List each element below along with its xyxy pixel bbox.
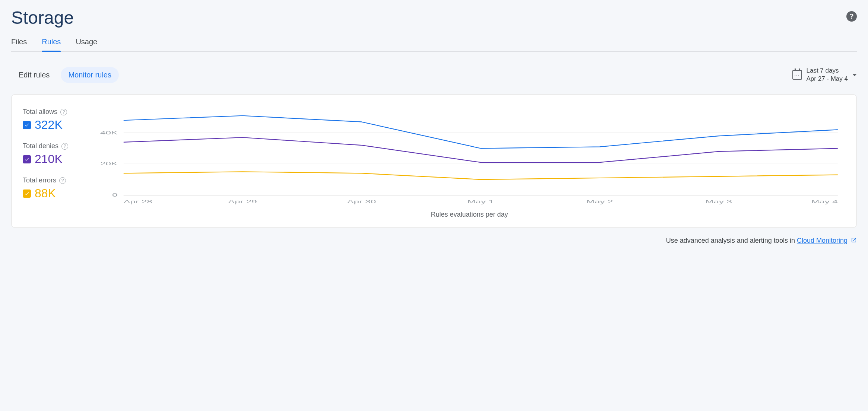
legend-denies-value: 210K — [35, 152, 63, 166]
footer-note: Use advanced analysis and alerting tools… — [11, 237, 857, 245]
legend-denies-checkbox[interactable] — [23, 155, 31, 163]
tab-files[interactable]: Files — [11, 35, 27, 51]
cloud-monitoring-link[interactable]: Cloud Monitoring — [797, 237, 848, 244]
svg-text:May 3: May 3 — [706, 199, 732, 204]
calendar-icon — [792, 70, 802, 80]
tab-rules[interactable]: Rules — [42, 35, 61, 51]
help-icon[interactable]: ? — [60, 109, 67, 115]
chevron-down-icon — [852, 74, 857, 76]
check-icon — [24, 122, 29, 128]
legend-denies-label: Total denies — [23, 142, 58, 150]
svg-text:May 4: May 4 — [811, 199, 837, 204]
date-range-value: Apr 27 - May 4 — [807, 75, 848, 83]
legend-item-allows: Total allows ? 322K — [23, 108, 86, 132]
primary-tabs: Files Rules Usage — [11, 35, 857, 52]
rules-subtabs: Edit rules Monitor rules — [11, 67, 119, 83]
date-range-picker[interactable]: Last 7 days Apr 27 - May 4 — [792, 67, 857, 83]
chart-card: Total allows ? 322K Total denies ? 210K — [11, 94, 857, 228]
tab-usage[interactable]: Usage — [76, 35, 97, 51]
legend-errors-label: Total errors — [23, 176, 56, 184]
footer-prefix: Use advanced analysis and alerting tools… — [666, 237, 797, 244]
svg-text:40K: 40K — [100, 130, 118, 135]
legend-errors-value: 88K — [35, 187, 56, 200]
legend-errors-checkbox[interactable] — [23, 189, 31, 198]
external-link-icon — [851, 237, 857, 245]
svg-text:20K: 20K — [100, 161, 118, 166]
svg-text:May 2: May 2 — [586, 199, 613, 204]
svg-text:Apr 30: Apr 30 — [347, 199, 376, 204]
svg-text:May 1: May 1 — [468, 199, 494, 204]
chart-legend: Total allows ? 322K Total denies ? 210K — [23, 106, 86, 219]
subtab-edit-rules[interactable]: Edit rules — [11, 67, 57, 83]
chart-x-axis-label: Rules evaluations per day — [94, 211, 845, 219]
svg-text:Apr 28: Apr 28 — [124, 199, 152, 204]
legend-item-denies: Total denies ? 210K — [23, 142, 86, 166]
help-icon[interactable]: ? — [846, 11, 857, 22]
svg-text:Apr 29: Apr 29 — [228, 199, 257, 204]
help-icon[interactable]: ? — [61, 143, 68, 150]
page-title: Storage — [11, 7, 74, 28]
legend-item-errors: Total errors ? 88K — [23, 176, 86, 200]
check-icon — [24, 191, 29, 196]
legend-allows-checkbox[interactable] — [23, 121, 31, 129]
line-chart: 020K40KApr 28Apr 29Apr 30May 1May 2May 3… — [94, 106, 845, 206]
help-icon[interactable]: ? — [59, 177, 66, 184]
date-range-label: Last 7 days — [807, 67, 848, 75]
check-icon — [24, 157, 29, 162]
subtab-monitor-rules[interactable]: Monitor rules — [61, 67, 119, 83]
legend-allows-value: 322K — [35, 118, 63, 132]
legend-allows-label: Total allows — [23, 108, 57, 116]
svg-text:0: 0 — [112, 192, 118, 197]
